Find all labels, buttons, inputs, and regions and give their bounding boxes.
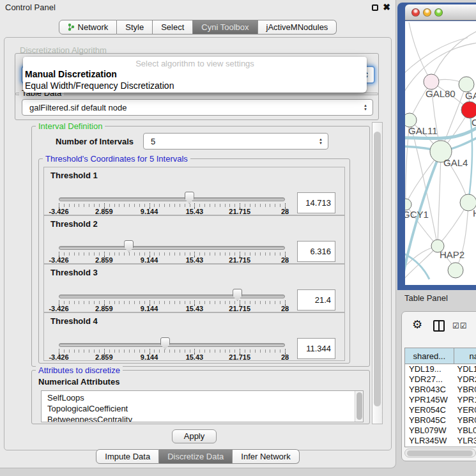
network-node-label: HAP2 xyxy=(440,249,464,260)
algorithm-dropdown-popup: Select algorithm to view settings Manual… xyxy=(23,57,367,93)
slider-tick-label: -3.426 xyxy=(49,353,68,361)
attribute-item-selfloops[interactable]: SelfLoops xyxy=(42,391,363,403)
slider-tick-label: 21.715 xyxy=(229,208,250,215)
threshold-slider-track[interactable] xyxy=(59,343,285,347)
tab-network[interactable]: Network xyxy=(59,20,118,35)
dropdown-hint: Select algorithm to view settings xyxy=(23,59,367,68)
network-node[interactable] xyxy=(424,74,439,89)
column-header-name[interactable]: name xyxy=(454,348,476,364)
node-table: shared...name YDL19...YDL1YDR27...YDR2YB… xyxy=(404,348,476,447)
threshold-value-field[interactable]: 21.4 xyxy=(297,289,335,311)
threshold-slider-track[interactable] xyxy=(59,197,285,201)
network-node-label: GAL4 xyxy=(443,157,468,168)
number-of-intervals-spinner[interactable]: 5 ▲▼ xyxy=(143,133,328,150)
attribute-item-topologicalcoefficient[interactable]: TopologicalCoefficient xyxy=(42,403,363,414)
tab-select[interactable]: Select xyxy=(153,20,193,35)
table-header-row: shared...name xyxy=(405,348,476,364)
slider-minor-ticks xyxy=(59,301,286,304)
panel-vertical-scrollbar[interactable] xyxy=(372,122,383,424)
threshold-slider-track[interactable] xyxy=(59,246,285,250)
zoom-traffic-light[interactable] xyxy=(434,8,443,17)
attributes-list-scrollbar[interactable] xyxy=(355,391,363,422)
slider-tick-label: 28 xyxy=(281,256,289,264)
tab-jactivemnodules[interactable]: jActiveMNodules xyxy=(258,20,337,35)
threshold-slider-track[interactable] xyxy=(59,295,285,298)
table-panel-title: Table Panel xyxy=(404,293,448,303)
table-horizontal-scrollbar[interactable] xyxy=(404,449,476,457)
slider-tick-label: 15.43 xyxy=(186,353,204,361)
threshold-panel-3: Threshold 3-3.4262.8599.14415.4321.71528… xyxy=(43,264,345,312)
minimize-traffic-light[interactable] xyxy=(423,8,431,17)
apply-button[interactable]: Apply xyxy=(172,429,217,443)
table-row[interactable]: YBL079WYBL0 xyxy=(405,426,476,436)
float-icon[interactable] xyxy=(372,4,378,11)
table-row[interactable]: YDL19...YDL1 xyxy=(405,364,476,374)
tab-discretize-data[interactable]: Discretize Data xyxy=(159,449,233,464)
slider-tick-label: 9.144 xyxy=(141,208,158,215)
slider-minor-ticks xyxy=(59,204,286,207)
network-edge[interactable] xyxy=(431,31,476,82)
network-canvas[interactable]: GAL80GACGAL11GAL4GCY1HHAP2 xyxy=(405,21,476,285)
cell-shared-name: YDR27... xyxy=(405,374,454,385)
slider-tick-label: 15.43 xyxy=(186,256,204,264)
tab-label: Style xyxy=(125,22,144,32)
close-icon[interactable]: ✖ xyxy=(383,2,390,12)
tab-impute-data[interactable]: Impute Data xyxy=(96,449,159,464)
cell-name: YDL1 xyxy=(454,364,476,374)
cell-shared-name: YBR043C xyxy=(405,385,454,395)
table-data-value: galFiltered.sif default node xyxy=(29,103,127,112)
threshold-value-field[interactable]: 6.316 xyxy=(297,241,335,262)
threshold-label: Threshold 4 xyxy=(50,316,98,326)
table-row[interactable]: YBR043CYBR0 xyxy=(405,385,476,395)
table-data-combo[interactable]: galFiltered.sif default node ▲▼ xyxy=(22,99,373,116)
cell-shared-name: YLR345W xyxy=(405,436,454,446)
table-row[interactable]: YLR345WYLR3 xyxy=(405,436,476,446)
thresholds-group: Threshold's Coordinates for 5 Intervals … xyxy=(38,158,350,364)
network-node-label: GAL11 xyxy=(408,125,438,136)
tab-cyni-toolbox[interactable]: Cyni Toolbox xyxy=(193,20,257,35)
table-row[interactable]: YBR045CYBR0 xyxy=(405,415,476,426)
slider-tick-label: 15.43 xyxy=(186,305,204,312)
table-row[interactable]: YDR27...YDR2 xyxy=(405,374,476,385)
slider-tick-label: 2.859 xyxy=(95,208,113,215)
tab-infer-network[interactable]: Infer Network xyxy=(233,449,299,464)
checkbox-icons[interactable]: ☑☑ xyxy=(452,321,468,330)
threshold-value-field[interactable]: 14.713 xyxy=(297,192,335,213)
network-edge[interactable] xyxy=(405,246,438,282)
split-view-icon[interactable] xyxy=(433,320,445,332)
dropdown-option-manual-discretization[interactable]: Manual Discretization xyxy=(25,69,117,79)
threshold-label: Threshold 3 xyxy=(50,268,98,277)
cyni-toolbox-panel: Discretization Algorithm ▲▼ Select algor… xyxy=(4,37,392,450)
slider-tick-label: 28 xyxy=(281,208,289,215)
cell-name: YER0 xyxy=(454,405,476,415)
top-tab-bar: NetworkStyleSelectCyni ToolboxjActiveMNo… xyxy=(0,20,395,35)
network-edge[interactable] xyxy=(438,151,441,246)
control-panel-window: Control Panel ✖ NetworkStyleSelectCyni T… xyxy=(0,0,396,468)
threshold-slider-handle[interactable] xyxy=(185,192,194,204)
network-node[interactable] xyxy=(461,102,476,118)
cell-shared-name: YBL079W xyxy=(405,426,454,436)
column-header-shared-name[interactable]: shared... xyxy=(405,348,454,364)
slider-tick-label: 2.859 xyxy=(95,305,113,312)
window-title: Control Panel xyxy=(5,3,56,12)
combo-arrows-icon: ▲▼ xyxy=(364,104,367,111)
table-row[interactable]: YIL052CYIL0 xyxy=(405,446,476,447)
threshold-slider-handle[interactable] xyxy=(160,337,170,349)
dropdown-option-equal-width-frequency-discretization[interactable]: Equal Width/Frequency Discretization xyxy=(25,81,174,91)
threshold-slider-handle[interactable] xyxy=(233,289,242,301)
threshold-slider-handle[interactable] xyxy=(124,240,134,252)
slider-tick-label: 9.144 xyxy=(141,305,158,312)
attribute-item-betweennesscentrality[interactable]: BetweennessCentrality xyxy=(42,414,363,422)
tab-style[interactable]: Style xyxy=(117,20,153,35)
threshold-value-field[interactable]: 11.344 xyxy=(297,338,335,359)
table-row[interactable]: YPR145WYPR1 xyxy=(405,395,476,405)
close-traffic-light[interactable] xyxy=(411,8,420,17)
network-node[interactable] xyxy=(448,263,463,278)
network-icon xyxy=(68,23,75,31)
tab-label: Discretize Data xyxy=(167,452,224,461)
slider-minor-ticks xyxy=(59,349,286,353)
tab-label: jActiveMNodules xyxy=(266,22,328,32)
network-edge[interactable] xyxy=(409,22,431,82)
table-row[interactable]: YER054CYER0 xyxy=(405,405,476,415)
gear-icon[interactable]: ⚙ xyxy=(412,318,422,332)
